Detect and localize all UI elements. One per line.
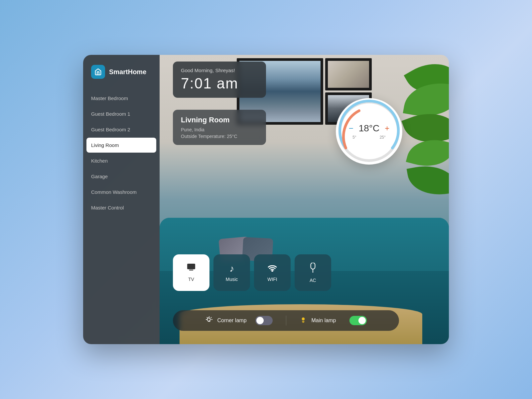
greeting-card: Good Morning, Shreyas! 7:01 am xyxy=(173,62,266,98)
thermostat-widget: − 18°C + 5° 25° xyxy=(336,98,402,165)
wifi-label: WIFI xyxy=(267,277,277,282)
ac-label: AC xyxy=(310,278,316,283)
corner-lamp-label: Corner lamp xyxy=(217,318,251,324)
sidebar-item-master-bedroom[interactable]: Master Bedroom xyxy=(83,91,160,106)
thermostat-plus-button[interactable]: + xyxy=(385,124,389,133)
svg-rect-1 xyxy=(187,264,195,269)
main-lamp-icon xyxy=(300,316,307,325)
music-label: Music xyxy=(226,277,238,282)
corner-lamp-item: Corner lamp xyxy=(205,316,273,325)
sidebar-item-guest-bedroom-1[interactable]: Guest Bedroom 1 xyxy=(83,106,160,121)
tv-label: TV xyxy=(188,277,194,282)
room-location: Pune, India xyxy=(181,127,258,132)
leaf-5 xyxy=(407,161,449,200)
sidebar-item-garage[interactable]: Garage xyxy=(83,169,160,184)
sidebar-navigation: Master Bedroom Guest Bedroom 1 Guest Bed… xyxy=(83,91,160,215)
main-lamp-toggle-knob xyxy=(358,317,366,324)
svg-point-6 xyxy=(302,318,304,320)
sidebar-item-master-control[interactable]: Master Control xyxy=(83,200,160,215)
app-container: SmartHome Master Bedroom Guest Bedroom 1… xyxy=(83,55,449,344)
time-display: 7:01 am xyxy=(181,75,258,92)
home-icon xyxy=(91,65,105,79)
plant-decoration xyxy=(396,55,449,238)
sidebar-item-living-room[interactable]: Living Room xyxy=(86,138,156,153)
device-card-ac[interactable]: AC xyxy=(295,254,331,291)
thermostat-minus-button[interactable]: − xyxy=(349,124,353,133)
svg-rect-4 xyxy=(311,263,315,269)
wifi-icon xyxy=(267,263,277,274)
device-card-music[interactable]: ♪ Music xyxy=(213,254,250,291)
music-icon: ♪ xyxy=(229,263,234,274)
device-card-wifi[interactable]: WIFI xyxy=(254,254,291,291)
app-name: SmartHome xyxy=(109,68,146,76)
svg-rect-2 xyxy=(189,270,193,270)
tv-icon xyxy=(186,263,196,274)
thermostat-temperature: 18°C xyxy=(359,123,380,134)
room-name: Livning Room xyxy=(181,116,258,124)
device-controls: TV ♪ Music WIFI xyxy=(173,254,331,291)
device-card-tv[interactable]: TV xyxy=(173,254,209,291)
corner-lamp-toggle-knob xyxy=(256,317,264,324)
lamp-divider xyxy=(286,316,286,326)
thermostat-controls: − 18°C + xyxy=(349,123,390,134)
sidebar-item-kitchen[interactable]: Kitchen xyxy=(83,153,160,168)
outside-temperature: Outside Temperature: 25°C xyxy=(181,134,258,139)
corner-lamp-toggle[interactable] xyxy=(255,316,273,325)
sidebar-item-common-washroom[interactable]: Common Washroom xyxy=(83,185,160,200)
svg-point-3 xyxy=(272,271,273,271)
main-lamp-item: Main lamp xyxy=(300,316,367,325)
ac-icon xyxy=(309,263,317,275)
thermostat-max-label: 25° xyxy=(380,135,386,140)
art-frame-small-top xyxy=(325,58,372,90)
room-info-card: Livning Room Pune, India Outside Tempera… xyxy=(173,110,266,145)
corner-lamp-icon xyxy=(205,316,213,325)
sidebar-logo: SmartHome xyxy=(83,65,160,91)
lamp-controls: Corner lamp Main lamp xyxy=(173,310,399,331)
main-lamp-toggle[interactable] xyxy=(349,316,367,325)
art-abstract-painting xyxy=(328,61,369,88)
thermostat-min-label: 5° xyxy=(352,135,356,140)
sidebar: SmartHome Master Bedroom Guest Bedroom 1… xyxy=(83,55,160,344)
main-content: Good Morning, Shreyas! 7:01 am Livning R… xyxy=(160,55,449,344)
greeting-message: Good Morning, Shreyas! xyxy=(181,67,258,73)
sidebar-item-guest-bedroom-2[interactable]: Guest Bedroom 2 xyxy=(83,122,160,137)
main-lamp-label: Main lamp xyxy=(312,318,345,324)
thermostat-range-labels: 5° 25° xyxy=(352,135,386,140)
